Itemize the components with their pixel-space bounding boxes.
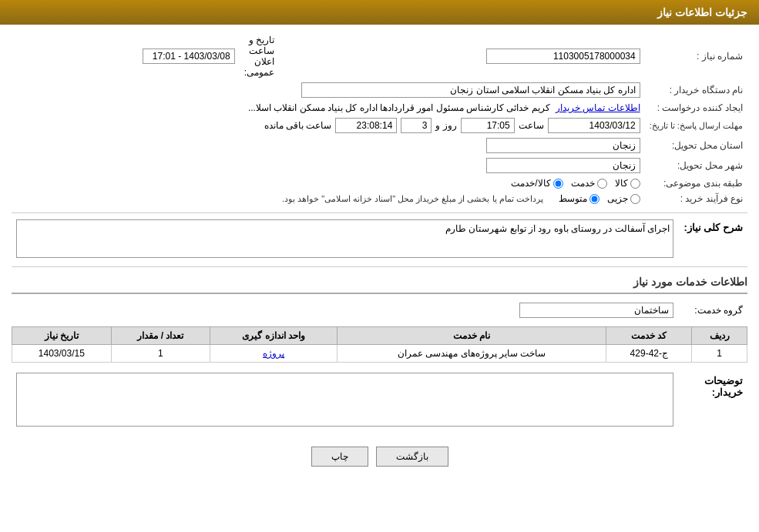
saat-field: 17:05 [461, 118, 515, 133]
page-title: جزئیات اطلاعات نیاز [657, 6, 747, 18]
nam-dastgah-field: اداره کل بنیاد مسکن انقلاب اسلامی استان … [301, 82, 640, 98]
nooe-farayand-row: جزیی متوسط پرداخت تمام یا بخشی از مبلغ خ… [12, 191, 645, 206]
col-radif: ردیف [692, 327, 747, 345]
saat-label: ساعت [519, 120, 544, 131]
table-row: شرح کلی نیاز: اجرای آسفالت در روستای باو… [12, 217, 747, 260]
back-button[interactable]: بازگشت [376, 447, 448, 467]
cell-radif: 1 [692, 345, 747, 363]
shomara-niaz-label: شماره نیاز : [645, 32, 747, 80]
col-nam: نام خدمت [337, 327, 606, 345]
cell-tarikh: 1403/03/15 [12, 345, 112, 363]
content-area: شماره نیاز : 1103005178000034 تاریخ و سا… [0, 25, 759, 483]
shahr-label: شهر محل تحویل: [645, 156, 747, 176]
divider-1 [12, 212, 747, 213]
shomara-niaz-value: 1103005178000034 [279, 32, 645, 80]
table-row: توضیحات خریدار: [12, 370, 747, 431]
tarikh-label: تاریخ و ساعت اعلان عمومی: [240, 32, 279, 80]
rooz-field: 3 [401, 118, 432, 133]
nam-dastgah-value: اداره کل بنیاد مسکن انقلاب اسلامی استان … [12, 80, 645, 100]
cell-kod: ج-42-429 [606, 345, 692, 363]
print-button[interactable]: چاپ [311, 447, 368, 467]
radio-kala-khedmat[interactable] [553, 179, 563, 189]
table-row: 1 ج-42-429 ساخت سایر پروژه‌های مهندسی عم… [12, 345, 747, 363]
tozihat-table: توضیحات خریدار: [12, 370, 747, 431]
table-row: گروه خدمت: ساختمان [12, 300, 747, 320]
baqi-label: ساعت باقی مانده [264, 120, 332, 131]
nooe-motawaset-label: متوسط [559, 193, 587, 204]
col-kod: کد خدمت [606, 327, 692, 345]
cell-nam: ساخت سایر پروژه‌های مهندسی عمران [337, 345, 606, 363]
table-row: استان محل تحویل: زنجان [12, 136, 747, 156]
tozihat-field[interactable] [16, 373, 673, 427]
shomara-niaz-field: 1103005178000034 [486, 49, 640, 64]
radio-kala[interactable] [630, 179, 640, 189]
sharh-field: اجرای آسفالت در روستای باوه رود از توابع… [16, 219, 673, 258]
page-header: جزئیات اطلاعات نیاز [0, 0, 759, 25]
mohlat-row: 1403/03/12 ساعت 17:05 روز و 3 23:08:14 س… [12, 115, 645, 136]
shahr-field: زنجان [486, 158, 640, 173]
page-wrapper: جزئیات اطلاعات نیاز شماره نیاز : 1103005… [0, 0, 759, 532]
ijad-konande-value: اطلاعات تماس خریدار کریم خدائی کارشناس م… [12, 100, 645, 115]
rooz-label: روز و [435, 120, 456, 131]
tabaqe-row: کالا خدمت کالا/خدمت [12, 176, 645, 191]
shahr-value: زنجان [12, 156, 645, 176]
date-field: 1403/03/12 [548, 118, 640, 133]
mohlat-label: مهلت ارسال پاسخ: تا تاریخ: [645, 115, 747, 136]
tarikh-value: 1403/03/08 - 17:01 [12, 32, 240, 80]
ijad-konande-link[interactable]: اطلاعات تماس خریدار [556, 102, 640, 113]
table-row: طبقه بندی موضوعی: کالا خدمت [12, 176, 747, 191]
nooe-farayand-label: نوع فرآیند خرید : [645, 191, 747, 206]
baqi-field: 23:08:14 [335, 118, 397, 133]
table-header: ردیف کد خدمت نام خدمت واحد اندازه گیری ت… [12, 327, 747, 345]
table-row: مهلت ارسال پاسخ: تا تاریخ: 1403/03/12 سا… [12, 115, 747, 136]
sharh-value: اجرای آسفالت در روستای باوه رود از توابع… [12, 217, 678, 260]
col-vahed: واحد اندازه گیری [210, 327, 338, 345]
group-khedmat-table: گروه خدمت: ساختمان [12, 300, 747, 320]
ostan-field: زنجان [486, 138, 640, 153]
tozihat-label: توضیحات خریدار: [678, 370, 747, 431]
tabaqe-khedmat-label: خدمت [571, 178, 595, 189]
button-bar: بازگشت چاپ [12, 437, 747, 476]
radio-motawaset[interactable] [589, 194, 599, 204]
tabaqe-kala-label: کالا [615, 178, 628, 189]
cell-vahed[interactable]: پروژه [210, 345, 338, 363]
main-info-table: شماره نیاز : 1103005178000034 تاریخ و سا… [12, 32, 747, 206]
tabaqe-label: طبقه بندی موضوعی: [645, 176, 747, 191]
tarikh-field: 1403/03/08 - 17:01 [143, 49, 235, 64]
nooe-jazyi-label: جزیی [607, 193, 628, 204]
nam-dastgah-label: نام دستگاه خریدار : [645, 80, 747, 100]
group-khedmat-value: ساختمان [12, 300, 678, 320]
sharh-table: شرح کلی نیاز: اجرای آسفالت در روستای باو… [12, 217, 747, 260]
ostan-label: استان محل تحویل: [645, 136, 747, 156]
ostan-value: زنجان [12, 136, 645, 156]
group-khedmat-field: ساختمان [519, 303, 673, 318]
table-row: شهر محل تحویل: زنجان [12, 156, 747, 176]
tozihat-value [12, 370, 678, 431]
table-body: 1 ج-42-429 ساخت سایر پروژه‌های مهندسی عم… [12, 345, 747, 363]
radio-jazyi[interactable] [630, 194, 640, 204]
col-tarikh: تاریخ نیاز [12, 327, 112, 345]
radio-khedmat[interactable] [597, 179, 607, 189]
ijad-konande-text: کریم خدائی کارشناس مسئول امور قراردادها … [248, 102, 550, 113]
table-row: ایجاد کننده درخواست : اطلاعات تماس خریدا… [12, 100, 747, 115]
services-section-title: اطلاعات خدمات مورد نیاز [12, 271, 747, 294]
table-row: شماره نیاز : 1103005178000034 تاریخ و سا… [12, 32, 747, 80]
table-row: نوع فرآیند خرید : جزیی متوسط پرداخت تمام… [12, 191, 747, 206]
tabaqe-kala-khedmat-label: کالا/خدمت [511, 178, 550, 189]
services-data-table: ردیف کد خدمت نام خدمت واحد اندازه گیری ت… [12, 326, 747, 363]
cell-tedad: 1 [111, 345, 210, 363]
table-row: نام دستگاه خریدار : اداره کل بنیاد مسکن … [12, 80, 747, 100]
col-tedad: تعداد / مقدار [111, 327, 210, 345]
divider-2 [12, 266, 747, 267]
ijad-konande-label: ایجاد کننده درخواست : [645, 100, 747, 115]
table-header-row: ردیف کد خدمت نام خدمت واحد اندازه گیری ت… [12, 327, 747, 345]
sharh-label: شرح کلی نیاز: [678, 217, 747, 260]
nooe-description: پرداخت تمام یا بخشی از مبلغ خریداز محل "… [282, 194, 543, 204]
group-khedmat-label: گروه خدمت: [678, 300, 747, 320]
